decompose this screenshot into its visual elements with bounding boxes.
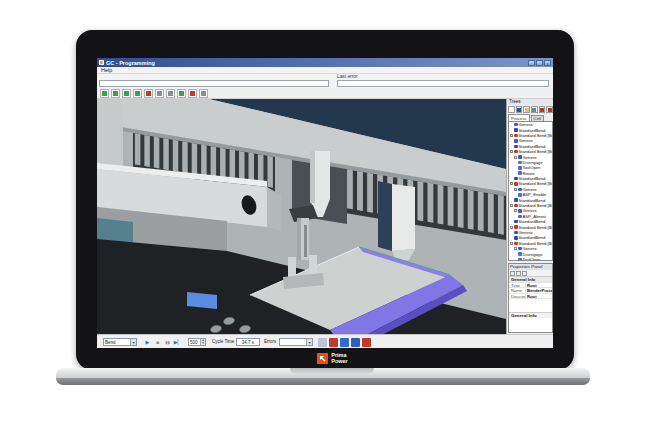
- tree-node-label: Generic: [523, 155, 538, 160]
- tree-node-label: Disengage: [523, 252, 543, 257]
- process-tree[interactable]: GenericStandardBend-Standard Bend [Bend]…: [508, 121, 553, 261]
- timer-icon[interactable]: [351, 338, 360, 347]
- view-top-icon[interactable]: [133, 89, 142, 98]
- expander-icon[interactable]: -: [510, 134, 513, 137]
- sb-node-icon: [514, 182, 518, 186]
- program-field[interactable]: [99, 80, 329, 87]
- chevron-down-icon[interactable]: ▾: [130, 339, 136, 345]
- last-error-field[interactable]: [337, 80, 549, 87]
- zoom-fit-icon[interactable]: [155, 89, 164, 98]
- properties-toolbar: [509, 270, 552, 277]
- simulate-icon[interactable]: [177, 89, 186, 98]
- window-title: GC - Programming: [106, 60, 155, 66]
- expander-icon[interactable]: -: [510, 226, 513, 229]
- tree-node-label: ToolOpen: [523, 257, 541, 261]
- last-error-label: Last error: [337, 74, 358, 79]
- open-part-icon[interactable]: [100, 89, 109, 98]
- stop-icon[interactable]: ■: [153, 338, 162, 346]
- chevron-down-icon[interactable]: ▾: [306, 339, 312, 345]
- expander-icon[interactable]: -: [514, 247, 517, 250]
- laptop-base-notch: [290, 368, 374, 374]
- tree-node-label: Disengage: [523, 160, 543, 165]
- press-brake-scene: [97, 99, 506, 334]
- brand-logo: PrimaPower: [0, 351, 665, 365]
- step-forward-icon[interactable]: [340, 338, 349, 347]
- tab-process[interactable]: Process: [508, 114, 530, 121]
- main-toolbar: [97, 88, 553, 99]
- expander-icon[interactable]: -: [514, 209, 517, 212]
- brand-line-2: Power: [331, 358, 348, 364]
- tree-panel: Trees ProcessCell GenericStandardBend-St…: [506, 99, 553, 334]
- speed-value: 500: [190, 340, 198, 345]
- dot-node-icon: [518, 252, 522, 256]
- save-part-icon[interactable]: [111, 89, 120, 98]
- measure-icon[interactable]: [199, 89, 208, 98]
- new-icon[interactable]: [508, 106, 515, 113]
- gen-node-icon: [514, 123, 518, 127]
- tree-node-label: ASP_Enable: [523, 192, 547, 197]
- pause-icon[interactable]: ▮▮: [163, 338, 172, 346]
- properties-panel: Properties Panel General Info TypeRootNa…: [508, 263, 553, 333]
- property-pages-icon[interactable]: [522, 271, 527, 276]
- expander-icon[interactable]: -: [510, 182, 513, 185]
- properties-group-label: General Info: [511, 277, 535, 282]
- view-3d-icon[interactable]: [122, 89, 131, 98]
- expander-icon[interactable]: -: [514, 188, 517, 191]
- expander-icon[interactable]: -: [510, 204, 513, 207]
- property-value: Root: [526, 294, 552, 299]
- errors-combobox[interactable]: ▾: [279, 338, 313, 346]
- cycle-time-value: 34.7 s: [236, 338, 260, 346]
- dot-node-icon: [518, 193, 522, 197]
- gripper-foot-right: [309, 255, 317, 277]
- export-icon[interactable]: [546, 106, 553, 113]
- punch-shade: [310, 151, 315, 203]
- categorized-icon[interactable]: [510, 271, 515, 276]
- speed-stepper[interactable]: 500 ▲▼: [188, 338, 206, 346]
- gripper-foot-left: [288, 257, 296, 279]
- gripper-post-shade: [297, 218, 301, 260]
- bend-node-icon: [514, 145, 518, 149]
- mode-combobox[interactable]: Bend ▾: [103, 338, 137, 346]
- sb-node-icon: [514, 204, 518, 208]
- expander-icon[interactable]: -: [514, 156, 517, 159]
- view-front-icon[interactable]: [144, 89, 153, 98]
- prima-power-logo-icon: [317, 353, 328, 364]
- property-label: Name: [509, 288, 526, 293]
- play-icon[interactable]: ▶: [143, 338, 152, 346]
- expander-icon[interactable]: -: [510, 242, 513, 245]
- save-all-icon[interactable]: [531, 106, 538, 113]
- sb-node-icon: [514, 242, 518, 246]
- alphabetical-icon[interactable]: [516, 271, 521, 276]
- maximize-button[interactable]: [536, 60, 543, 66]
- alarm-icon[interactable]: [362, 338, 371, 347]
- menu-help[interactable]: Help: [97, 67, 116, 73]
- step-end-icon[interactable]: ▶▏: [173, 338, 182, 346]
- expander-icon[interactable]: -: [510, 150, 513, 153]
- stepper-arrows-icon[interactable]: ▲▼: [200, 339, 205, 345]
- property-value: Root: [526, 283, 552, 288]
- errors-label: Errors: [264, 338, 276, 346]
- property-label: Description: [509, 294, 526, 299]
- gen-node-icon: [514, 139, 518, 143]
- zoom-window-icon[interactable]: [166, 89, 175, 98]
- tree-node[interactable]: ToolOpen: [509, 257, 552, 261]
- minimize-button[interactable]: [528, 60, 535, 66]
- sb-node-icon: [514, 150, 518, 154]
- title-bar: GC - Programming x: [97, 58, 553, 67]
- tree-node-label: StandardBend: [519, 198, 546, 203]
- viewport-3d[interactable]: [97, 99, 506, 334]
- bend-node-icon: [514, 236, 518, 240]
- import-icon[interactable]: [539, 106, 546, 113]
- export-program-icon[interactable]: [318, 338, 327, 347]
- dot-node-icon: [518, 171, 522, 175]
- close-button[interactable]: x: [544, 60, 551, 66]
- simulation-bar: Bend ▾ ▶ ■ ▮▮ ▶▏ 500 ▲▼ Cycle Time 34.7 …: [97, 334, 553, 348]
- save-icon[interactable]: [516, 106, 523, 113]
- stop-simulation-icon[interactable]: [188, 89, 197, 98]
- tree-node-label: Generic: [523, 246, 538, 251]
- open-icon[interactable]: [523, 106, 530, 113]
- abort-icon[interactable]: [329, 338, 338, 347]
- tree-node-label: StandardBend: [519, 235, 546, 240]
- property-value: BenderProcess: [526, 288, 552, 293]
- property-row[interactable]: DescriptionRoot: [509, 294, 552, 300]
